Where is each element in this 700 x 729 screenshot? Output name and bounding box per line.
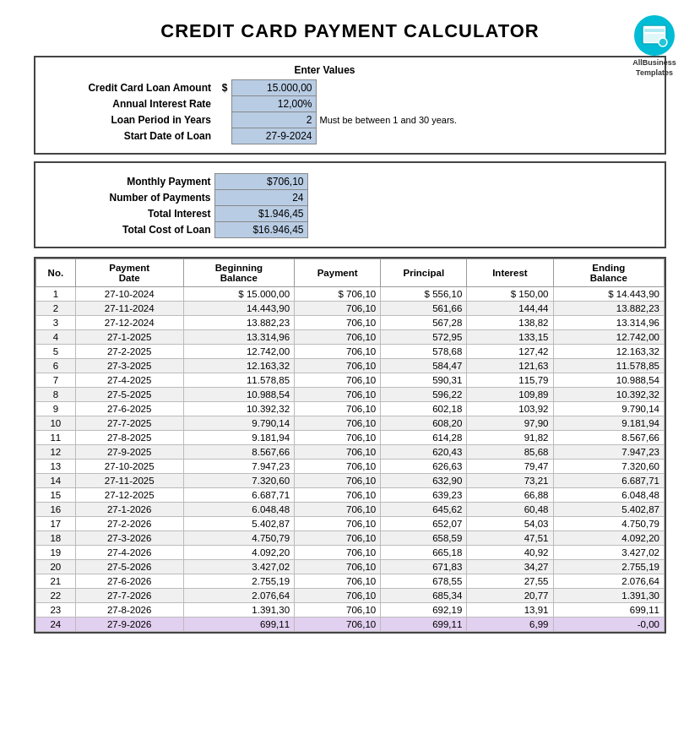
page-title: CREDIT CARD PAYMENT CALCULATOR (8, 8, 692, 51)
table-cell: 1.391,30 (183, 603, 294, 617)
table-row: 2127-6-20262.755,19706,10678,5527,552.07… (36, 574, 665, 589)
start-date-value[interactable]: 27-9-2024 (231, 128, 316, 144)
table-cell: 27-1-2025 (75, 330, 183, 345)
table-row: 2027-5-20263.427,02706,10671,8334,272.75… (36, 560, 665, 574)
table-cell: 12.742,00 (553, 330, 665, 345)
table-cell: 6.687,71 (183, 488, 294, 503)
total-interest-value: $1.946,45 (214, 206, 307, 222)
table-row: 1627-1-20266.048,48706,10645,6260,485.40… (36, 503, 665, 517)
table-cell: 9.790,14 (183, 416, 294, 431)
table-cell: 27-8-2026 (75, 603, 183, 617)
table-row: 627-3-202512.163,32706,10584,47121,6311.… (36, 359, 665, 373)
amortization-table-wrap: No. PaymentDate BeginningBalance Payment… (34, 257, 666, 634)
monthly-payment-label: Monthly Payment (46, 174, 214, 190)
num-payments-label: Number of Payments (46, 190, 214, 206)
table-cell: 15 (36, 488, 76, 503)
table-cell: 692,19 (381, 603, 467, 617)
table-row: 1327-10-20257.947,23706,10626,6379,477.3… (36, 460, 665, 474)
table-cell: 706,10 (295, 617, 381, 632)
table-cell: 652,07 (381, 517, 467, 531)
table-cell: 13.882,23 (183, 316, 294, 330)
table-cell: 678,55 (381, 574, 467, 589)
table-header-row: No. PaymentDate BeginningBalance Payment… (36, 259, 665, 287)
table-cell: 73,21 (467, 474, 553, 488)
table-cell: 21 (36, 574, 76, 589)
table-cell: 27-5-2026 (75, 560, 183, 574)
table-cell: 54,03 (467, 517, 553, 531)
svg-rect-2 (644, 29, 665, 32)
table-cell: 6 (36, 359, 76, 373)
table-cell: 572,95 (381, 330, 467, 345)
table-cell: 27-11-2024 (75, 302, 183, 316)
input-section: Enter Values Credit Card Loan Amount $ 1… (34, 56, 666, 155)
table-cell: $ 14.443,90 (553, 287, 665, 302)
table-cell: 27-5-2025 (75, 388, 183, 402)
table-cell: 27,55 (467, 574, 553, 589)
table-cell: 13.314,96 (553, 316, 665, 330)
table-cell: 27-12-2025 (75, 488, 183, 503)
table-cell: 13.882,23 (553, 302, 665, 316)
table-cell: 10.988,54 (183, 388, 294, 402)
table-cell: 27-4-2026 (75, 546, 183, 560)
enter-values-header: Enter Values (46, 64, 654, 76)
table-row: 527-2-202512.742,00706,10578,68127,4212.… (36, 345, 665, 359)
table-row: 1127-8-20259.181,94706,10614,2891,828.56… (36, 431, 665, 445)
table-cell: 706,10 (295, 330, 381, 345)
interest-rate-row: Annual Interest Rate 12,00% (46, 96, 654, 112)
num-payments-value: 24 (214, 190, 307, 206)
col-payment: Payment (295, 259, 381, 287)
empty2 (214, 112, 231, 128)
table-cell: 9.181,94 (183, 431, 294, 445)
table-cell: 16 (36, 503, 76, 517)
logo-icon (634, 15, 675, 56)
table-cell: 27-6-2025 (75, 402, 183, 416)
table-cell: 706,10 (295, 388, 381, 402)
table-cell: 12.742,00 (183, 345, 294, 359)
table-cell: 671,83 (381, 560, 467, 574)
table-cell: 706,10 (295, 531, 381, 546)
col-no: No. (36, 259, 76, 287)
table-cell: 13,91 (467, 603, 553, 617)
table-row: 927-6-202510.392,32706,10602,18103,929.7… (36, 402, 665, 416)
table-cell: 27-8-2025 (75, 431, 183, 445)
total-cost-row: Total Cost of Loan $16.946,45 (46, 222, 654, 238)
empty3 (214, 128, 231, 144)
loan-period-note: Must be between 1 and 30 years. (316, 112, 654, 128)
table-cell: 8 (36, 388, 76, 402)
results-section: Monthly Payment $706,10 Number of Paymen… (34, 161, 666, 248)
col-interest: Interest (467, 259, 553, 287)
table-cell: 11.578,85 (183, 373, 294, 388)
loan-amount-value[interactable]: 15.000,00 (231, 80, 316, 96)
table-cell: 12.163,32 (183, 359, 294, 373)
table-cell: 706,10 (295, 302, 381, 316)
table-cell: 2.076,64 (183, 589, 294, 603)
table-cell: 79,47 (467, 460, 553, 474)
table-cell: 27-10-2024 (75, 287, 183, 302)
table-cell: 6.687,71 (553, 474, 665, 488)
table-cell: 578,68 (381, 345, 467, 359)
table-row: 127-10-2024$ 15.000,00$ 706,10$ 556,10$ … (36, 287, 665, 302)
table-cell: 4.092,20 (553, 531, 665, 546)
interest-rate-value[interactable]: 12,00% (231, 96, 316, 112)
table-cell: 706,10 (295, 474, 381, 488)
table-cell: 10.988,54 (553, 373, 665, 388)
table-cell: $ 556,10 (381, 287, 467, 302)
table-cell: 706,10 (295, 373, 381, 388)
table-cell: 27-7-2026 (75, 589, 183, 603)
table-cell: 8.567,66 (553, 431, 665, 445)
table-cell: 699,11 (381, 617, 467, 632)
table-cell: 27-2-2026 (75, 517, 183, 531)
col-beginning-balance: BeginningBalance (183, 259, 294, 287)
table-cell: 699,11 (183, 617, 294, 632)
table-cell: 27-7-2025 (75, 416, 183, 431)
loan-period-value[interactable]: 2 (231, 112, 316, 128)
loan-amount-row: Credit Card Loan Amount $ 15.000,00 (46, 80, 654, 96)
table-cell: 27-4-2025 (75, 373, 183, 388)
table-cell: 10.392,32 (183, 402, 294, 416)
table-cell: 665,18 (381, 546, 467, 560)
total-interest-row: Total Interest $1.946,45 (46, 206, 654, 222)
table-cell: 7.320,60 (553, 460, 665, 474)
table-cell: 121,63 (467, 359, 553, 373)
table-cell: 66,88 (467, 488, 553, 503)
table-row: 2227-7-20262.076,64706,10685,3420,771.39… (36, 589, 665, 603)
